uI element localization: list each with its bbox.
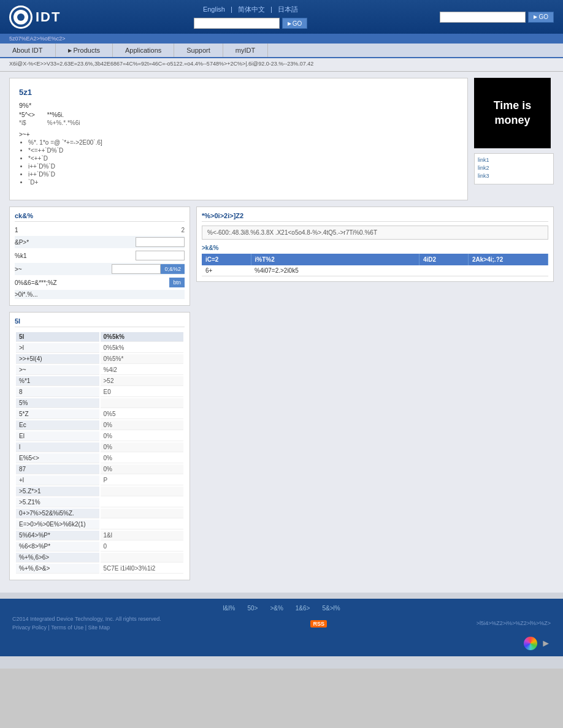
filter-input-1[interactable] (136, 237, 185, 247)
specs-value: 0% (101, 464, 184, 474)
nav-myidt[interactable]: myIDT (223, 44, 268, 57)
logo-area: IDT (9, 6, 61, 29)
specs-label: %6<8>%P* (16, 542, 99, 552)
specs-col-header-1: 0%5k% (101, 332, 184, 342)
side-panel: Time is money link1 link2 link3 (474, 78, 554, 200)
specs-row: %6<8>%P*0 (16, 542, 183, 552)
lang-japanese[interactable]: 日本語 (278, 6, 298, 13)
specs-row: l0% (16, 442, 183, 452)
color-wheel-icon (524, 637, 537, 650)
specs-column: 5l 5l 0%5k% >l0%5k%>>+5l(4)0%5%*>~%4i2%*… (9, 312, 190, 586)
nav-support[interactable]: Support (174, 44, 223, 57)
footer-nav-2[interactable]: >&% (270, 605, 283, 612)
specs-row: 5*Z0%5 (16, 409, 183, 419)
specs-label: >~ (16, 365, 99, 375)
col-header-0: iC=2 (202, 254, 251, 265)
filter-field-3: >~ 0;&%2 (15, 263, 185, 275)
product-label2: **%6i. (47, 112, 80, 118)
footer-nav-4[interactable]: 5&>l% (322, 605, 340, 612)
filter-column: ck&% 1 2 &P>* %k1 >~ (9, 207, 190, 306)
specs-value: 0%5 (101, 409, 184, 419)
header-search-input-1[interactable] (194, 18, 280, 29)
filter-input-2[interactable] (136, 251, 185, 260)
product-value1: *i$ (19, 119, 35, 126)
specs-value (101, 487, 184, 496)
main-content: 5z1 9%* *5^<> *i$ **%6i. %+%.*.*%6i >~+ … (0, 72, 563, 593)
specs-value: 1&l (101, 531, 184, 540)
footer-nav-0[interactable]: l&l% (223, 605, 235, 612)
sub-nav: X6i@X-%<E>>V33=2.63E=23.6%,3b42E6867=4C%… (0, 58, 563, 72)
footer-legal-right: >l5i4>%Z2>i%>%Z2>l%>%Z> (477, 620, 551, 628)
breadcrumb-text: 5z07%EA2>%oE%c2> (9, 36, 66, 42)
table-row[interactable]: 6+ %4i07=2.>2i0k5 (202, 265, 548, 276)
middle-section: ck&% 1 2 &P>* %k1 >~ (9, 207, 554, 306)
specs-row: %+%,6>&>5C7E i1i4l0>3%1i2 (16, 564, 183, 574)
specs-col-header-0: 5l (16, 332, 99, 342)
go-button-1[interactable]: GO (282, 18, 308, 29)
top-section: 5z1 9%* *5^<> *i$ **%6i. %+%.*.*%6i >~+ … (9, 78, 554, 200)
search-box: *%>0i>2i>]Z2 %<-600:.48.3i8.%6.3.8X .X21… (196, 207, 554, 282)
nav-products[interactable]: Products (56, 44, 113, 57)
specs-label: 0+>7%>52&%i5%Z. (16, 509, 99, 518)
specs-label: El (16, 431, 99, 441)
specs-value: 0 (101, 542, 184, 552)
specs-row: >5.Z1% (16, 498, 183, 507)
side-link-2[interactable]: link2 (478, 165, 550, 171)
cell-0-0: 6+ (202, 265, 251, 276)
product-title: 5z1 (19, 88, 458, 97)
specs-row: E=>0>%>0E%>%6k2(1) (16, 520, 183, 529)
specs-value (101, 553, 184, 563)
filter-btn-4[interactable]: btn (169, 278, 185, 287)
footer-info-row: C2014 Integrated Device Technology, Inc.… (12, 615, 551, 632)
footer-copyright-left: C2014 Integrated Device Technology, Inc.… (12, 615, 161, 632)
specs-value: 0%5%* (101, 354, 184, 364)
specs-label: >l (16, 343, 99, 353)
filter-label-2: %k1 (15, 252, 136, 259)
sub-nav-text: X6i@X-%<E>>V33=2.63E=23.6%,3b42E6867=4C%… (9, 61, 313, 69)
filter-label-0: 1 (15, 227, 136, 233)
footer-nav-3[interactable]: 1&6> (296, 605, 310, 612)
language-selector[interactable]: English | 简体中文 | 日本語 (201, 5, 300, 14)
ad-banner: Time is money (474, 78, 551, 148)
filter-label-3: >~ (15, 266, 112, 273)
features-label: >~+ (19, 131, 458, 138)
specs-row: 5%64>%P*1&l (16, 531, 183, 540)
filter-field-0: 1 2 (15, 226, 185, 235)
nav-about-idt[interactable]: About IDT (0, 44, 56, 57)
specs-label: 8 (16, 387, 99, 397)
result-label: >k&% (202, 245, 548, 251)
filter-box: ck&% 1 2 &P>* %k1 >~ (9, 207, 190, 306)
specs-value: 5C7E i1i4l0>3%1i2 (101, 564, 184, 574)
go-button-2[interactable]: GO (528, 12, 554, 23)
header-search-input-2[interactable] (440, 12, 526, 23)
specs-label: +l (16, 476, 99, 485)
specs-value (101, 398, 184, 408)
feature-item: i++`D%`D (28, 163, 458, 170)
logo-text: IDT (36, 9, 61, 25)
specs-row: %*1>52 (16, 376, 183, 386)
filter-label-1: &P>* (15, 239, 136, 246)
specs-row: El0% (16, 431, 183, 441)
side-links: link1 link2 link3 (474, 153, 554, 184)
nav-applications[interactable]: Applications (113, 44, 174, 57)
side-link-1[interactable]: link1 (478, 157, 550, 163)
footer-nav-1[interactable]: 50> (247, 605, 258, 612)
search-result-bar: %<-600:.48.3i8.%6.3.8X .X21<o5o4.8-%>.4t… (202, 226, 548, 240)
specs-label: >>+5l(4) (16, 354, 99, 364)
rss-icon[interactable]: RSS (310, 620, 327, 628)
filter-input-3[interactable] (112, 264, 161, 274)
cell-0-2 (419, 265, 469, 276)
arrow-right-icon[interactable]: ► (541, 638, 551, 649)
specs-value: %4i2 (101, 365, 184, 375)
lang-english[interactable]: English (203, 6, 225, 13)
ad-line2: money (494, 113, 532, 127)
lang-chinese[interactable]: 简体中文 (238, 6, 265, 13)
specs-row: 870% (16, 464, 183, 474)
specs-value (101, 520, 184, 529)
specs-row: >~%4i2 (16, 365, 183, 375)
specs-value: P (101, 476, 184, 485)
filter-btn-3[interactable]: 0;&%2 (161, 264, 185, 274)
side-link-3[interactable]: link3 (478, 173, 550, 179)
footer-privacy-text: Privacy Policy | Terms of Use | Site Map (12, 624, 161, 632)
specs-label: 5% (16, 398, 99, 408)
